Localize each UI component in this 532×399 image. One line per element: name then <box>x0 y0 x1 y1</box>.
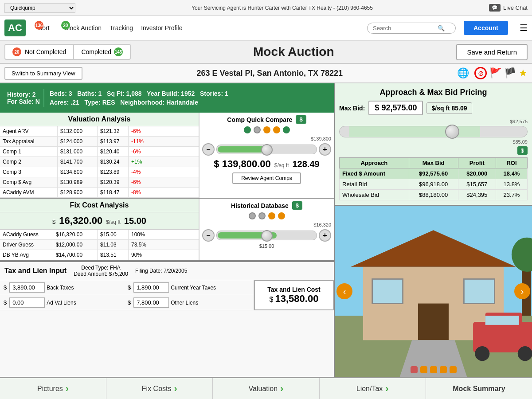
hist-minus-button[interactable]: − <box>202 229 215 242</box>
comp-dot-2[interactable] <box>254 126 261 133</box>
photo-dot-1[interactable] <box>411 366 418 373</box>
search-box[interactable]: 🔍 <box>367 23 456 34</box>
chrome-icon[interactable]: 🌐 <box>457 67 469 79</box>
hamburger-icon[interactable]: ☰ <box>520 23 528 33</box>
acres-label: Acres: .21 <box>50 99 79 106</box>
left-panel: History: 2 For Sale: N Beds: 3 Baths: 1 … <box>0 83 335 377</box>
approach-row-profit: $15,657 <box>458 179 496 190</box>
not-completed-badge: 20 <box>12 47 21 56</box>
approach-row-maxbid: $92,575.60 <box>409 168 458 179</box>
comp-dot-5[interactable] <box>283 126 290 133</box>
review-comps-button[interactable]: Review Agent Comps <box>232 172 301 184</box>
hist-slider-dots <box>202 212 331 219</box>
valuation-row: Comp $ Avg $130,989 $120.39 -6% <box>0 177 199 188</box>
hist-slider-thumb[interactable] <box>261 230 273 242</box>
hist-dot-4[interactable] <box>278 212 285 219</box>
comp-title: Comp Quick Compare $ <box>202 115 331 124</box>
investor-profile-nav-item[interactable]: Investor Profile <box>141 24 182 31</box>
tax-dollar-4: $ <box>128 299 131 306</box>
live-chat-button[interactable]: 💬 Live Chat <box>489 4 528 12</box>
approach-row-maxbid: $88,180.00 <box>409 190 458 200</box>
comp-slider-row: − + <box>202 143 331 156</box>
bottom-nav-valuation[interactable]: Valuation › <box>213 378 319 399</box>
approach-horiz-slider[interactable] <box>339 126 528 137</box>
account-button[interactable]: Account <box>464 21 508 35</box>
hist-slider-label-below: $15.00 <box>202 243 331 249</box>
tax-input-2[interactable] <box>9 297 45 308</box>
tax-header-row: Tax and Lien Input Deed Type: FHA Deed A… <box>0 262 334 280</box>
ad-val-amount[interactable] <box>133 297 169 308</box>
filing-info: Filing Date: 7/20/2005 <box>135 268 187 274</box>
mock-auction-nav-item[interactable]: 20 Mock Auction <box>65 24 102 31</box>
comp-dot-1[interactable] <box>244 126 251 133</box>
photo-dot-4[interactable] <box>440 366 447 373</box>
photo-prev-button[interactable]: ‹ <box>336 283 352 299</box>
quickjump-dropdown[interactable]: Quickjump <box>4 3 75 13</box>
sort-nav-item[interactable]: 136 Sort <box>38 24 50 31</box>
for-sale-label: For Sale: N <box>7 98 40 105</box>
hist-slider-track[interactable] <box>216 231 317 240</box>
comp-dot-3[interactable] <box>263 126 270 133</box>
bottom-nav-fix-costs-label: Fix Costs <box>142 385 172 393</box>
tax-row-1: $ Back Taxes $ Current Year Taxes <box>0 280 254 295</box>
comp-slider-track[interactable] <box>216 145 317 154</box>
photo-dot-5[interactable] <box>450 366 457 373</box>
property-address: 263 E Vestal Pl, San Antonio, TX 78221 <box>88 69 452 78</box>
val-cell-amount: $128,900 <box>58 188 98 197</box>
photo-next-button[interactable]: › <box>514 283 530 299</box>
photo-dot-3[interactable] <box>430 366 437 373</box>
hist-dot-3[interactable] <box>268 212 275 219</box>
yellow-flag-icon[interactable]: 🏴 <box>504 67 516 79</box>
tax-rows: $ Back Taxes $ Current Year Taxes $ Ad V… <box>0 280 334 310</box>
other-liens-label: Other Liens <box>171 300 250 306</box>
tax-section: Tax and Lien Input Deed Type: FHA Deed A… <box>0 261 334 377</box>
comp-minus-button[interactable]: − <box>202 143 215 156</box>
val-cell-change: +1% <box>129 157 155 167</box>
ad-val-label: Ad Val Liens <box>47 300 126 306</box>
comp-dot-4[interactable] <box>273 126 280 133</box>
tax-input-1[interactable] <box>9 282 45 293</box>
not-completed-tab[interactable]: 20 Not Completed <box>4 44 74 60</box>
approach-dollar-toggle[interactable]: $ <box>517 146 528 155</box>
bottom-nav-chevron-2: › <box>174 383 177 395</box>
approach-row-roi: 13.8% <box>496 179 528 190</box>
agent-info: Your Servicing Agent is Hunter Carter wi… <box>192 5 373 11</box>
comp-plus-button[interactable]: + <box>319 143 331 156</box>
hist-plus-button[interactable]: + <box>319 229 331 242</box>
baths-label: Baths: 1 <box>77 90 102 97</box>
val-cell-amount: $134,800 <box>58 167 98 177</box>
back-taxes-amount[interactable] <box>133 282 169 293</box>
hist-dot-1[interactable] <box>249 212 256 219</box>
no-icon[interactable]: ⊘ <box>474 67 487 79</box>
tax-dollar-2: $ <box>128 284 131 291</box>
tax-cost-box: Tax and Lien Cost $ 13,580.00 <box>254 280 334 310</box>
val-cell-sqft: $120.40 <box>98 147 129 156</box>
approach-table-row: Retail Bid $96,918.00 $15,657 13.8% <box>340 179 528 190</box>
hist-dollar-toggle[interactable]: $ <box>292 201 302 210</box>
bottom-nav-fix-costs[interactable]: Fix Costs › <box>106 378 213 399</box>
summary-view-button[interactable]: Switch to Summary View <box>4 67 82 80</box>
comp-dollar-toggle[interactable]: $ <box>296 115 306 124</box>
photo-dot-2[interactable] <box>420 366 427 373</box>
sort-badge: 136 <box>35 21 43 30</box>
approach-slider-label-above: $92,575 <box>339 119 528 124</box>
nav-bar: AC 136 Sort 20 Mock Auction Tracking Inv… <box>0 16 532 41</box>
back-taxes-label: Back Taxes <box>47 285 126 291</box>
completed-tab[interactable]: Completed 145 <box>74 44 131 60</box>
comp-sqft-value: 128.49 <box>292 159 319 169</box>
search-input[interactable] <box>373 25 435 31</box>
save-return-button[interactable]: Save and Return <box>456 44 528 60</box>
hist-dot-2[interactable] <box>258 212 266 219</box>
max-bid-value: 92,575.00 <box>381 103 417 112</box>
tax-input-group: $ Back Taxes $ Current Year Taxes $ Ad V… <box>0 280 254 310</box>
quickjump-select[interactable]: Quickjump <box>4 3 75 13</box>
star-icon[interactable]: ★ <box>519 67 528 79</box>
comp-slider-thumb[interactable] <box>261 144 273 156</box>
bottom-nav-pictures[interactable]: Pictures › <box>0 378 106 399</box>
photo-section: ‹ › <box>335 206 532 377</box>
approach-slider-thumb[interactable] <box>445 125 459 139</box>
bottom-nav-mock-summary[interactable]: Mock Summary <box>426 378 532 399</box>
tracking-nav-item[interactable]: Tracking <box>110 24 133 31</box>
bottom-nav-lien-tax[interactable]: Lien/Tax › <box>320 378 426 399</box>
red-flag-icon[interactable]: 🚩 <box>489 67 501 79</box>
